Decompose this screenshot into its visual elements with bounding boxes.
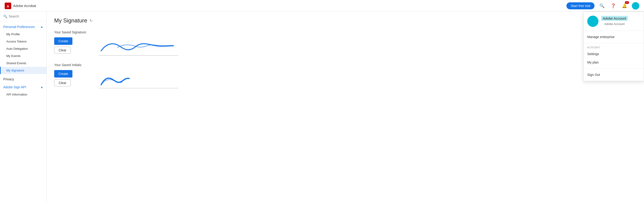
sidebar-item-access-tokens[interactable]: Access Tokens xyxy=(0,38,46,45)
api-chevron-icon: ▲ xyxy=(40,86,43,89)
help-icon: ❓ xyxy=(610,3,616,8)
app-layout: 🔍 Personal Preferences ▲ My Profile Acce… xyxy=(0,12,644,202)
dropdown-avatar xyxy=(587,16,598,27)
app-brand-label: Adobe Acrobat xyxy=(13,4,36,8)
privacy-label: Privacy xyxy=(3,77,14,81)
help-button[interactable]: ❓ xyxy=(610,2,617,10)
page-title-row: My Signature ↻ xyxy=(54,17,636,24)
topbar: A Adobe Acrobat Start free trial 🔍 ❓ 🔔 1… xyxy=(0,0,644,12)
my-signature-label: My Signature xyxy=(6,69,24,72)
notifications-wrapper: 🔔 17 xyxy=(621,2,628,10)
app-logo: A Adobe Acrobat xyxy=(5,2,36,9)
adobe-sign-api-header[interactable]: Adobe Sign API ▲ xyxy=(0,83,46,91)
dropdown-profile-row: Adobe Account Adobe Account xyxy=(584,12,644,31)
sidebar-item-my-signature[interactable]: My Signature xyxy=(0,67,46,74)
clear-initials-button[interactable]: Clear xyxy=(54,80,71,86)
settings-item[interactable]: Settings xyxy=(584,50,644,58)
user-avatar[interactable] xyxy=(632,2,639,10)
clear-signature-button[interactable]: Clear xyxy=(54,47,71,54)
dropdown-user-name: Adobe Account xyxy=(601,16,628,21)
dropdown-manage-section: Manage enterprise xyxy=(584,31,644,43)
sidebar-nav: Personal Preferences ▲ My Profile Access… xyxy=(0,21,46,202)
search-button[interactable]: 🔍 xyxy=(598,2,606,10)
svg-text:A: A xyxy=(7,4,9,8)
saved-initials-label: Your Saved Initials: xyxy=(54,63,636,67)
api-info-label: API Information xyxy=(6,93,27,96)
topbar-actions: Start free trial 🔍 ❓ 🔔 17 xyxy=(566,2,639,10)
adobe-account-link[interactable]: Adobe Account xyxy=(601,21,628,26)
acrobat-section-label: ACROBAT xyxy=(584,45,644,50)
create-signature-button[interactable]: Create xyxy=(54,37,72,45)
sidebar-item-my-profile[interactable]: My Profile xyxy=(0,30,46,38)
manage-enterprise-item[interactable]: Manage enterprise xyxy=(584,33,644,41)
shared-events-label: Shared Events xyxy=(6,62,26,65)
notification-count-badge: 17 xyxy=(625,1,629,4)
auto-delegation-label: Auto Delegation xyxy=(6,47,28,50)
sidebar: 🔍 Personal Preferences ▲ My Profile Acce… xyxy=(0,12,47,202)
my-plan-item[interactable]: My plan xyxy=(584,58,644,66)
adobe-logo-icon: A xyxy=(5,2,11,9)
my-events-label: My Events xyxy=(6,54,20,58)
sidebar-item-my-events[interactable]: My Events xyxy=(0,52,46,60)
signature-preview xyxy=(99,39,178,56)
free-trial-button[interactable]: Start free trial xyxy=(566,2,594,9)
search-icon: 🔍 xyxy=(600,3,604,8)
signature-line xyxy=(99,55,178,56)
personal-prefs-label: Personal Preferences xyxy=(3,25,35,29)
adobe-sign-api-section: Adobe Sign API ▲ API Information xyxy=(0,83,46,98)
saved-signature-section: Your Saved Signature: Create Clear xyxy=(54,30,636,56)
initials-drawing xyxy=(99,72,178,88)
access-tokens-label: Access Tokens xyxy=(6,40,26,43)
sidebar-search-area: 🔍 xyxy=(0,12,46,21)
search-input-wrap: 🔍 xyxy=(3,14,43,18)
saved-signature-label: Your Saved Signature: xyxy=(54,30,636,34)
sidebar-item-privacy[interactable]: Privacy xyxy=(0,75,46,83)
initials-line xyxy=(99,88,178,88)
initials-preview xyxy=(99,72,178,88)
sidebar-item-auto-delegation[interactable]: Auto Delegation xyxy=(0,45,46,52)
my-profile-label: My Profile xyxy=(6,32,20,36)
sign-out-item[interactable]: Sign Out xyxy=(584,70,644,79)
adobe-sign-api-label: Adobe Sign API xyxy=(3,85,26,89)
account-dropdown: Adobe Account Adobe Account Manage enter… xyxy=(583,12,644,81)
personal-prefs-chevron-icon: ▲ xyxy=(40,25,43,28)
sidebar-search-input[interactable] xyxy=(9,14,43,18)
dropdown-signout-section: Sign Out xyxy=(584,69,644,81)
saved-initials-section: Your Saved Initials: Create Clear xyxy=(54,63,636,88)
personal-prefs-section: Personal Preferences ▲ My Profile Access… xyxy=(0,23,46,74)
refresh-icon[interactable]: ↻ xyxy=(90,18,92,23)
sidebar-search-icon: 🔍 xyxy=(3,14,7,18)
signature-drawing xyxy=(99,39,178,56)
bell-icon: 🔔 xyxy=(622,3,627,8)
sidebar-item-api-information[interactable]: API Information xyxy=(0,91,46,98)
create-initials-button[interactable]: Create xyxy=(54,70,72,78)
sidebar-item-shared-events[interactable]: Shared Events xyxy=(0,60,46,67)
main-content: My Signature ↻ Your Saved Signature: Cre… xyxy=(47,12,644,202)
page-title: My Signature xyxy=(54,17,87,24)
dropdown-acrobat-section: ACROBAT Settings My plan xyxy=(584,43,644,69)
personal-prefs-header[interactable]: Personal Preferences ▲ xyxy=(0,23,46,30)
